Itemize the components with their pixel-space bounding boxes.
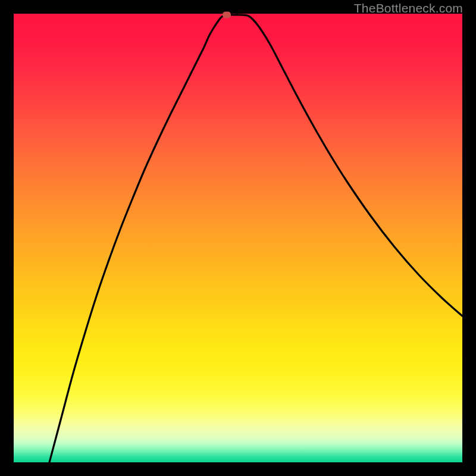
watermark-text: TheBottleneck.com (354, 1, 463, 15)
optimal-point-marker (223, 12, 231, 18)
chart-plot-area (14, 14, 462, 462)
bottleneck-curve (14, 14, 462, 462)
